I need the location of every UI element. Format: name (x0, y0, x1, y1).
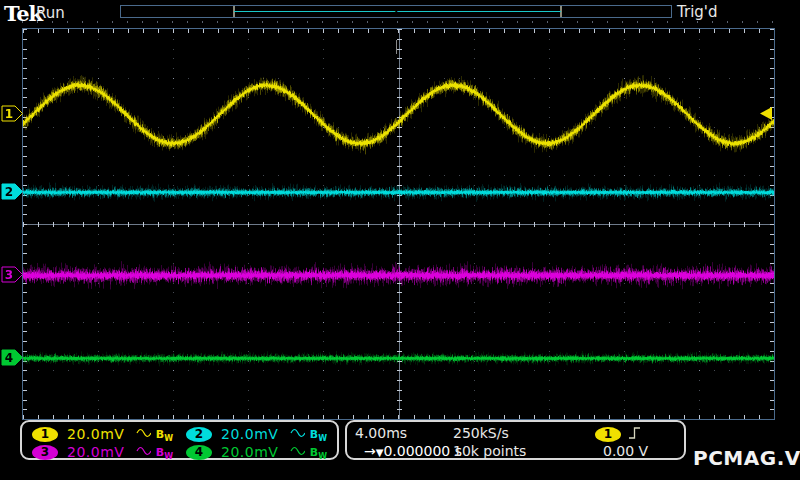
waveform-canvas (23, 29, 774, 419)
oscilloscope-display: Tek Run Trig'd T T 1 2 3 4 (0, 0, 800, 480)
trigger-status: Trig'd (677, 3, 717, 21)
channel4-marker-label: 4 (5, 351, 13, 365)
channel1-badge: 1 (32, 427, 58, 442)
trigger-position-readout[interactable]: T→▼0.000000 s (351, 443, 462, 460)
channel4-readout[interactable]: 420.0mV BW (186, 443, 327, 460)
timebase-readout[interactable]: 4.00ms (355, 425, 407, 442)
acquisition-status: Run (36, 4, 65, 22)
channel2-scale: 20.0mV (221, 426, 278, 442)
horizontal-trigger-readouts-box: 4.00ms 250kS/s 1 T→▼0.000000 s 10k point… (345, 420, 686, 460)
record-trigger-t-icon[interactable]: T (390, 5, 403, 17)
rising-edge-icon (628, 426, 641, 440)
arrow-right-icon: → (364, 443, 376, 459)
channel-readouts-box: 120.0mV BW 220.0mV BW 320.0mV BW (20, 420, 339, 460)
channel2-badge: 2 (186, 427, 212, 442)
channel2-readout[interactable]: 220.0mV BW (186, 425, 327, 442)
channel1-position-marker[interactable]: 1 (1, 105, 24, 122)
channel4-scale: 20.0mV (221, 444, 278, 460)
ac-coupling-icon (136, 428, 151, 438)
ac-coupling-icon (290, 446, 305, 456)
bandwidth-limit-icon: BW (156, 428, 173, 441)
trigger-source-badge: 1 (595, 427, 621, 442)
channel3-badge: 3 (32, 445, 58, 460)
trigger-t-icon: T (351, 446, 364, 459)
bandwidth-limit-icon: BW (310, 428, 327, 441)
trigger-source-readout[interactable]: 1 (595, 425, 641, 442)
watermark-logo: PCMAG.VN (693, 446, 800, 470)
ac-coupling-icon (290, 428, 305, 438)
channel1-marker-label: 1 (5, 107, 13, 121)
record-length-readout: 10k points (453, 443, 526, 460)
channel2-marker-label: 2 (5, 185, 13, 199)
ac-coupling-icon (136, 446, 151, 456)
channel3-position-marker[interactable]: 3 (1, 266, 24, 283)
channel1-readout[interactable]: 120.0mV BW (32, 425, 173, 442)
bandwidth-limit-icon: BW (156, 446, 173, 459)
channel2-position-marker[interactable]: 2 (1, 183, 24, 200)
trigger-level-arrow-icon[interactable] (760, 107, 773, 120)
channel4-position-marker[interactable]: 4 (1, 349, 24, 366)
graticule-area (22, 28, 775, 420)
channel4-badge: 4 (186, 445, 212, 460)
sample-rate-readout: 250kS/s (453, 425, 509, 442)
channel3-marker-label: 3 (5, 268, 13, 282)
channel3-scale: 20.0mV (67, 444, 124, 460)
trigger-level-readout[interactable]: 0.00 V (603, 443, 648, 460)
channel1-scale: 20.0mV (67, 426, 124, 442)
trigger-position-value: 0.000000 s (383, 443, 462, 459)
bandwidth-limit-icon: BW (310, 446, 327, 459)
channel3-readout[interactable]: 320.0mV BW (32, 443, 173, 460)
